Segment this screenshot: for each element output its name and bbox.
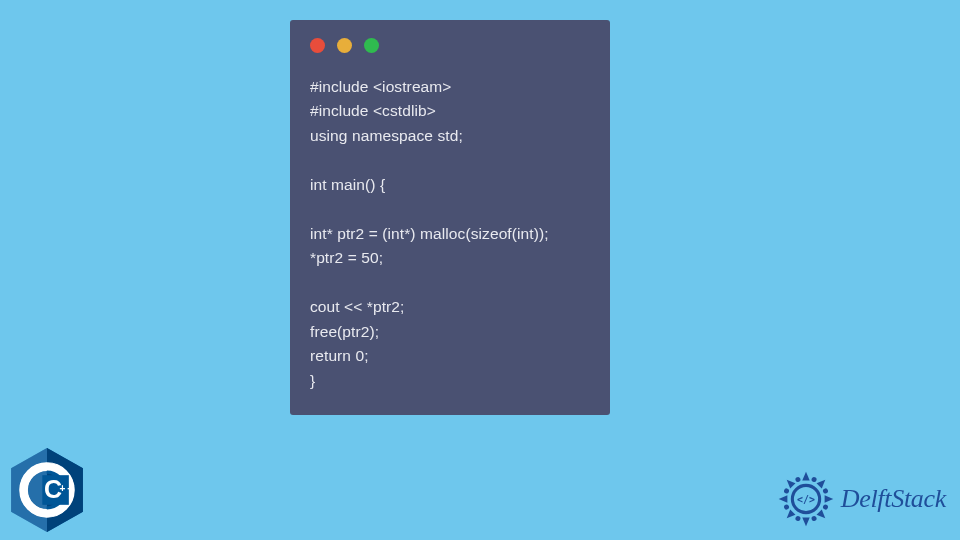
delftstack-emblem-icon: </>: [775, 468, 837, 530]
svg-marker-14: [802, 518, 809, 527]
svg-marker-10: [802, 472, 809, 481]
svg-point-21: [811, 515, 817, 521]
svg-marker-12: [824, 495, 833, 502]
svg-text:</>: </>: [797, 494, 815, 505]
svg-point-24: [783, 488, 789, 494]
maximize-dot-icon: [364, 38, 379, 53]
svg-point-22: [794, 515, 800, 521]
svg-text:+: +: [59, 483, 65, 494]
svg-text:+: +: [67, 483, 73, 494]
svg-marker-2: [11, 448, 47, 532]
svg-point-23: [783, 504, 789, 510]
svg-marker-16: [778, 495, 787, 502]
code-window: #include <iostream> #include <cstdlib> u…: [290, 20, 610, 415]
svg-point-18: [811, 476, 817, 482]
svg-point-20: [822, 504, 828, 510]
minimize-dot-icon: [337, 38, 352, 53]
delftstack-logo: </> DelftStack: [775, 468, 946, 530]
cpp-logo-icon: C + +: [8, 446, 86, 534]
svg-marker-17: [784, 477, 795, 488]
svg-marker-11: [816, 477, 827, 488]
window-controls: [310, 38, 590, 53]
svg-point-19: [822, 488, 828, 494]
close-dot-icon: [310, 38, 325, 53]
delftstack-label: DelftStack: [841, 484, 946, 514]
svg-marker-15: [784, 510, 795, 521]
svg-marker-13: [816, 510, 827, 521]
code-block: #include <iostream> #include <cstdlib> u…: [310, 75, 590, 393]
svg-point-25: [794, 476, 800, 482]
